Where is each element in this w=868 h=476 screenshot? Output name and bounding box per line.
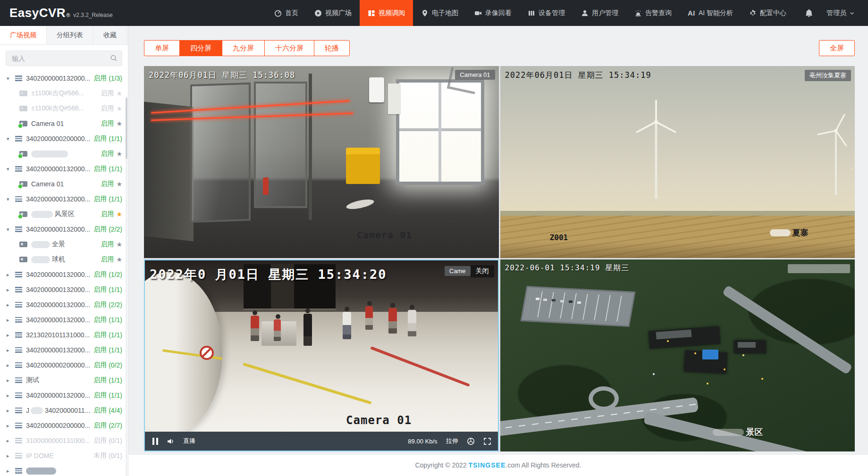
expand-arrow-icon[interactable] (7, 362, 13, 368)
search-input[interactable] (6, 50, 122, 66)
user-menu[interactable]: 管理员 (824, 0, 868, 26)
expand-arrow-icon[interactable] (7, 332, 13, 338)
tree-camera[interactable]: ±1100k吉Q#586...启用 (0, 86, 128, 101)
tree-group[interactable]: 3402000000132000...启用(2/2) (0, 222, 128, 237)
app-logo: EasyCVR® v2.3.2_Release (0, 6, 122, 20)
expand-arrow-icon[interactable] (7, 226, 13, 233)
nav-users[interactable]: 用户管理 (573, 0, 626, 26)
expand-arrow-icon[interactable] (7, 287, 13, 293)
volume-icon[interactable] (167, 437, 175, 445)
nav-alarms[interactable]: 告警查询 (626, 0, 680, 26)
search-icon[interactable] (110, 54, 118, 62)
favorite-star-icon[interactable] (116, 241, 122, 248)
video-cell-2[interactable]: 2022年06月01日 星期三 15:34:19 亳州汝集夏寨 Z001 夏寨 (500, 66, 855, 258)
tree-group[interactable]: 3402000000132000...启用(2/2) (0, 297, 128, 312)
expand-arrow-icon[interactable] (7, 317, 13, 323)
layout-nine-button[interactable]: 九分屏 (222, 40, 265, 56)
tree-group[interactable]: 3402000000132000...启用(1/2) (0, 267, 128, 282)
screen-layout-group: 单屏 四分屏 九分屏 十六分屏 轮播 (144, 40, 350, 56)
status-label: 启用 (93, 74, 107, 83)
tree-group[interactable]: 3402000000132000...启用(1/1) (0, 282, 128, 297)
close-stream-button[interactable]: 关闭 (471, 265, 494, 277)
video-cell-3[interactable]: 2022年0 月01日 星期三 15:34:20 Came 关闭 Camera … (144, 259, 499, 451)
player-fullscreen-button[interactable] (483, 437, 491, 445)
tree-group[interactable]: J34020000011...启用(4/4) (0, 403, 128, 418)
tab-favorites[interactable]: 收藏 (93, 26, 127, 44)
sidebar-scrollbar-thumb[interactable] (126, 98, 127, 159)
tree-group[interactable]: 3402000000200000...启用(1/1) (0, 131, 128, 146)
nav-video-square[interactable]: 视频广场 (306, 0, 360, 26)
tree-group[interactable]: 3402000000132000...启用(1/1) (0, 161, 128, 176)
layout-carousel-button[interactable]: 轮播 (314, 40, 350, 56)
nav-video-review[interactable]: 视频调阅 (360, 0, 413, 26)
expand-arrow-icon[interactable] (7, 408, 13, 414)
favorite-star-icon[interactable] (116, 210, 122, 218)
video-cell-1[interactable]: 2022年06月01日 星期三 15:36:08 Camera 01 Camer… (144, 66, 499, 258)
expand-arrow-icon[interactable] (7, 377, 13, 384)
tree-group[interactable] (0, 463, 128, 476)
favorite-star-icon[interactable] (116, 150, 122, 158)
favorite-star-icon[interactable] (116, 120, 122, 127)
expand-arrow-icon[interactable] (7, 272, 13, 278)
tree-camera[interactable]: ±1100k吉Q#586...启用 (0, 101, 128, 116)
nav-devices[interactable]: 设备管理 (520, 0, 573, 26)
favorite-star-icon[interactable] (116, 256, 122, 263)
expand-arrow-icon[interactable] (7, 453, 13, 459)
nav-map[interactable]: 电子地图 (413, 0, 466, 26)
expand-arrow-icon[interactable] (7, 75, 13, 82)
favorite-star-icon[interactable] (116, 105, 122, 112)
expand-arrow-icon[interactable] (7, 166, 13, 172)
tab-square-video[interactable]: 广场视频 (0, 26, 47, 44)
device-tree: 3402000000132000...启用(1/3) ±1100k吉Q#586.… (0, 71, 128, 476)
tree-group[interactable]: 3402000000132000...启用(1/1) (0, 312, 128, 327)
tree-camera[interactable]: 球机启用 (0, 252, 128, 267)
layout-quad-button[interactable]: 四分屏 (179, 40, 222, 56)
expand-arrow-icon[interactable] (7, 392, 13, 399)
redacted-overlay (713, 429, 744, 436)
tab-group-list[interactable]: 分组列表 (47, 26, 93, 44)
osd-timestamp: 2022年06月01日 星期三 15:34:19 (505, 70, 651, 81)
tree-group[interactable]: 3402000000132000...启用(1/1) (0, 192, 128, 207)
expand-arrow-icon[interactable] (7, 136, 13, 142)
tree-group[interactable]: IP DOME未用(0/1) (0, 448, 128, 463)
tree-group[interactable]: 3100000000131000...启用(0/1) (0, 433, 128, 448)
favorite-star-icon[interactable] (116, 180, 122, 188)
tree-group[interactable]: 3402000000132000...启用(1/3) (0, 71, 128, 86)
layout-sixteen-button[interactable]: 十六分屏 (264, 40, 314, 56)
tree-camera[interactable]: 全景启用 (0, 237, 128, 252)
expand-arrow-icon[interactable] (7, 423, 13, 429)
nav-ai-analysis[interactable]: AIAI 智能分析 (680, 0, 741, 26)
fullscreen-button[interactable]: 全屏 (819, 40, 855, 56)
expand-arrow-icon[interactable] (7, 196, 13, 202)
tree-camera[interactable]: Camera 01启用 (0, 116, 128, 131)
expand-arrow-icon[interactable] (7, 347, 13, 353)
tree-camera[interactable]: 风景区启用 (0, 207, 128, 222)
notifications-bell-button[interactable] (794, 0, 824, 26)
tree-camera[interactable]: Camera 01启用 (0, 176, 128, 192)
expand-arrow-icon[interactable] (7, 468, 13, 474)
tree-group[interactable]: 3402000000200000...启用(2/7) (0, 418, 128, 433)
camera-icon (19, 121, 27, 126)
device-group-icon (15, 468, 22, 474)
tree-group[interactable]: 测试启用(1/1) (0, 373, 128, 388)
redacted-name (31, 241, 50, 248)
redacted-name (31, 211, 53, 218)
tree-group[interactable]: 3402000000200000...启用(0/2) (0, 358, 128, 373)
layout-single-button[interactable]: 单屏 (144, 40, 180, 56)
expand-arrow-icon[interactable] (7, 438, 13, 444)
aperture-icon[interactable] (467, 437, 475, 445)
bell-icon (805, 9, 813, 17)
tree-camera[interactable]: 启用 (0, 146, 128, 161)
tree-group[interactable]: 3402000000132000...启用(1/1) (0, 342, 128, 358)
device-group-icon (15, 453, 22, 459)
favorite-star-icon[interactable] (116, 90, 122, 97)
tree-group[interactable]: 3213020101131000...启用(1/1) (0, 327, 128, 342)
nav-config[interactable]: 配置中心 (741, 0, 794, 26)
expand-arrow-icon[interactable] (7, 302, 13, 308)
tree-group[interactable]: 3402000000132000...启用(1/1) (0, 388, 128, 403)
nav-playback[interactable]: 录像回看 (466, 0, 520, 26)
stretch-toggle[interactable]: 拉伸 (446, 437, 458, 445)
nav-home[interactable]: 首页 (266, 0, 306, 26)
pause-button[interactable] (152, 438, 158, 445)
video-cell-4[interactable]: 2022-06-01 15:34:19 星期三 景区 (500, 259, 855, 451)
